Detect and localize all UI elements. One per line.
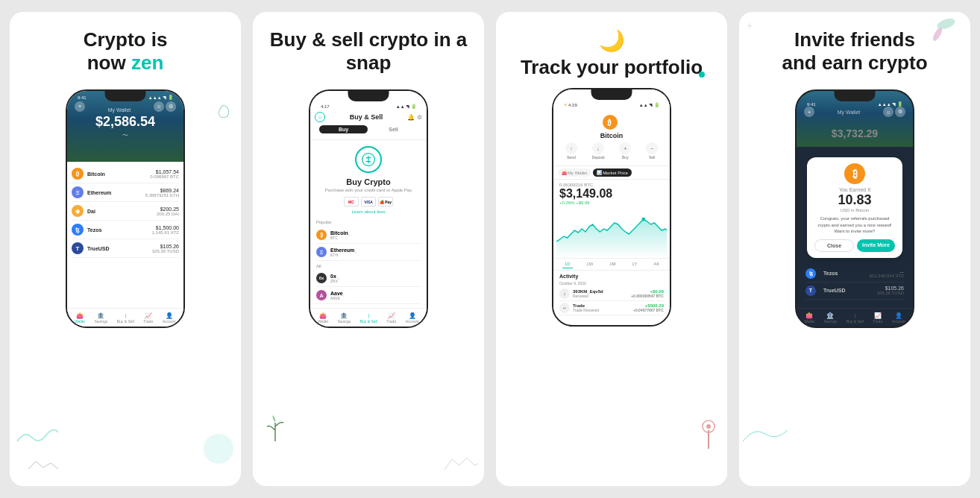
deco-mountains-2: [441, 456, 478, 471]
time-tab-all[interactable]: All: [651, 260, 661, 268]
deco-pill-4: [936, 16, 957, 31]
tab-sell[interactable]: Sell: [369, 125, 418, 133]
nav-buysell-2[interactable]: ↕ Buy & Sell: [360, 312, 377, 324]
action-send[interactable]: ↑ Send: [565, 142, 577, 160]
action-deposit[interactable]: ↓ Deposit: [592, 142, 605, 160]
zrx-list-icon: 0x: [316, 273, 327, 283]
nav-wallet-1[interactable]: 👛 Wallet: [75, 312, 85, 324]
nav-wallet-2[interactable]: 👛 Wallet: [318, 312, 328, 324]
btc-list-icon: ₿: [316, 230, 327, 240]
nav-account-2[interactable]: 👤 Account: [406, 312, 419, 324]
activity-icon-1: ↓: [559, 289, 570, 299]
crypto-eth-info: Ethereum ETH: [330, 248, 354, 257]
tab-my-wallet[interactable]: 👛 My Wallet: [558, 168, 591, 177]
applepay-icon: 🍎 Pay: [378, 197, 393, 207]
nav-savings-2[interactable]: 🏦 Savings: [337, 312, 351, 324]
phone-mockup-4: 9:41 ▲▲▲ ◥ 🔋 + My Wallet ☺ ⚙ $3,732.29: [795, 89, 914, 328]
panel-track: 🌙 Track your portfolio × 4:29: [496, 12, 727, 486]
phone-mockup-3: × 4:29 ▲▲ ◥ 🔋 ₿ Bitcoin: [552, 88, 671, 327]
svg-point-5: [641, 218, 645, 221]
phone-notch-4: [835, 91, 876, 101]
nav-savings-4[interactable]: 🏦 Savings: [823, 312, 837, 324]
action-buy[interactable]: + Buy: [619, 142, 631, 160]
deco-flower-3: [694, 412, 723, 449]
action-sell[interactable]: − Sell: [646, 142, 658, 160]
bottom-nav-2: 👛 Wallet 🏦 Savings ↕ Buy & Sell 📈 Trade: [310, 308, 427, 327]
bitcoin-header: ₿ Bitcoin ↑ Send ↓ Deposit: [553, 109, 670, 166]
bottom-nav-4: 👛 Wallet 🏦 Savings ↕ Buy & Sell 📈 Trade: [797, 308, 913, 327]
activity-section: Activity October 9, 2020 ↓ 393KM_Eqv5d R…: [553, 271, 670, 318]
deco-circle-1: [204, 434, 233, 464]
reward-desc: Congrats, your referrals purchased crypt…: [814, 215, 895, 234]
chevron-aave: ›: [343, 293, 345, 298]
crypto-item-btc[interactable]: ₿ Bitcoin BTC ›: [316, 227, 421, 244]
nav-account-1[interactable]: 👤 Account: [163, 312, 176, 324]
coin-row-tusd-4: T TrueUSD $105.26 105.26 TUSD: [805, 283, 904, 300]
activity-icon-2: ↔: [559, 303, 570, 313]
deco-stick-4: [932, 26, 944, 42]
bitcoin-header-icon: ₿: [603, 115, 618, 130]
phone-notch-3: [591, 89, 632, 100]
nav-trade-1[interactable]: 📈 Trade: [143, 312, 153, 324]
coin-row-tusd: T TrueUSD $105.26 105.26 TUSD: [72, 239, 179, 258]
reward-btc-icon: ₿: [844, 163, 865, 184]
price-section: 0.06309216 BTC $3,149.08 +0.29% +$6.99: [553, 180, 670, 207]
btc-price: $3,149.08: [559, 187, 664, 201]
crypto-item-zrx[interactable]: 0x 0x ZRX ›: [316, 270, 421, 287]
tab-buy[interactable]: Buy: [319, 125, 368, 133]
reward-amount: 10.83: [814, 192, 895, 208]
app-container: Crypto is now zen 9:41 ▲▲▲ ◥ 🔋: [0, 0, 980, 498]
tab-market-price[interactable]: 📊 Market Price: [593, 168, 632, 177]
invite-more-button[interactable]: Invite More: [857, 239, 895, 252]
popular-label: Popular: [316, 220, 421, 224]
activity-item-2: ↔ Trade Trade Received +$500.29 +0.04677…: [559, 301, 664, 315]
reward-currency: USD in Bitcoin: [814, 208, 895, 212]
nav-buysell-4[interactable]: ↕ Buy & Sell: [846, 312, 864, 324]
nav-savings-1[interactable]: 🏦 Savings: [94, 312, 107, 324]
buy-subtitle: Purchase with your credit card or Apple …: [316, 188, 421, 192]
dai-icon: ◈: [72, 205, 84, 217]
price-chart: [556, 208, 667, 256]
phone-header-1: 9:41 ▲▲▲ ◥ 🔋 + My Wallet ☺ ⚙ $2,586.54 〜: [67, 91, 183, 162]
coin-list-1: ₿ Bitcoin $1,057.54 0.096987 BTC Ξ Ether…: [67, 162, 183, 261]
deco-leaf-1: [213, 101, 235, 124]
time-tab-1d[interactable]: 1D: [562, 260, 573, 268]
visa-icon: VISA: [361, 197, 376, 207]
time-tab-1m[interactable]: 1M: [607, 260, 618, 268]
payment-methods: MC VISA 🍎 Pay: [316, 197, 421, 207]
nav-trade-4[interactable]: 📈 Trade: [873, 312, 882, 324]
panel-invite: Invite friends and earn crypto + 9:41 ▲▲…: [739, 12, 970, 486]
nav-buysell-1[interactable]: ↕ Buy & Sell: [117, 312, 134, 324]
time-tab-1y[interactable]: 1Y: [629, 260, 639, 268]
statusbar-2: 4:17 ▲▲ ◥ 🔋: [315, 101, 422, 109]
all-label: All: [316, 264, 421, 268]
reward-card: ₿ You Earned It 10.83 USD in Bitcoin Con…: [807, 157, 902, 257]
bitcoin-name: Bitcoin: [558, 132, 665, 139]
crypto-item-info: Bitcoin BTC: [330, 230, 348, 240]
chart-svg: [556, 208, 667, 256]
nav-account-4[interactable]: 👤 Account: [892, 312, 905, 324]
crypto-item-eth[interactable]: Ξ Ethereum ETH ›: [316, 244, 421, 261]
phone-screen-3: × 4:29 ▲▲ ◥ 🔋 ₿ Bitcoin: [553, 89, 670, 318]
deco-wave-4: [743, 419, 788, 449]
time-tab-1w[interactable]: 1W: [584, 260, 595, 268]
crypto-zrx-info: 0x ZRX: [330, 274, 338, 283]
activity-item-1: ↓ 393KM_Eqv5d Received +$0.06 +0.0000005…: [559, 287, 664, 301]
chevron-zrx: ›: [338, 276, 339, 281]
buy-title: Buy Crypto: [316, 177, 421, 186]
coin-row-btc: ₿ Bitcoin $1,057.54 0.096987 BTC: [72, 165, 179, 183]
btc-icon: ₿: [72, 168, 84, 180]
wallet-amount-1: $2,586.54: [72, 114, 179, 130]
buy-sell-tabs: Buy Sell: [319, 125, 418, 133]
wallet-tabs: 👛 My Wallet 📊 Market Price: [553, 166, 670, 180]
nav-wallet-4[interactable]: 👛 Wallet: [804, 312, 814, 324]
close-button[interactable]: Close: [814, 239, 854, 252]
crypto-item-aave[interactable]: A Aave AAVE ›: [316, 287, 421, 304]
coin-row-xtz: ꜩ Tezos $1,500.00 1,145.91 XTZ: [72, 221, 179, 239]
deco-plant-2: [257, 412, 294, 441]
nav-trade-2[interactable]: 📈 Trade: [386, 312, 396, 324]
panel-buysell: Buy & sell crypto in a snap 4:17 ▲▲ ◥ 🔋 …: [253, 12, 484, 486]
svg-point-4: [706, 424, 711, 429]
learn-fees-link[interactable]: Learn about fees: [316, 209, 421, 214]
panel3-title: Track your portfolio: [521, 56, 703, 79]
